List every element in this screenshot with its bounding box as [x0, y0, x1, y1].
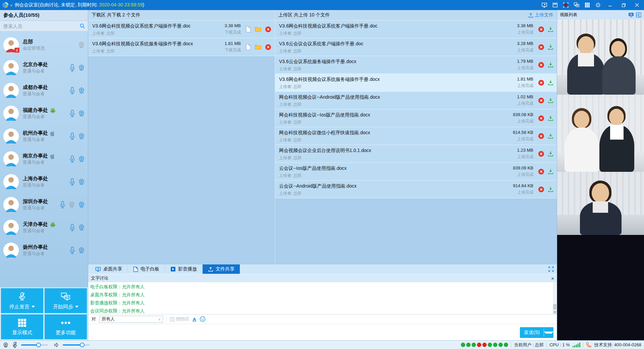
smiley-icon[interactable] [200, 316, 206, 322]
scrollbar-thumb[interactable] [553, 304, 556, 309]
upload-file-row[interactable]: 云会议--Ios版产品使用指南.docx 上传者: 总部 839.09 KB 上… [275, 163, 557, 181]
participant-row[interactable]: ⚷ 福建办事处 [0, 102, 88, 125]
camera-gray-icon[interactable] [78, 41, 85, 49]
camera-icon[interactable] [78, 224, 85, 231]
download-icon[interactable] [548, 62, 553, 68]
record-icon[interactable] [561, 1, 570, 9]
upload-file-row[interactable]: 网会科技视频会议微信小程序快速指南.docx 上传者: 总部 614.58 KB… [275, 127, 557, 145]
download-file-row[interactable]: V3.6网会科技视频会议系统服务端操作手册.docx 上传者: 总部 1.81 … [88, 38, 275, 56]
upload-file-row[interactable]: 网会科技视频会议--Android版产品使用指南.docx 上传者: 总部 1.… [275, 92, 557, 109]
download-icon[interactable] [548, 26, 553, 32]
send-button[interactable]: 发送(S) [520, 327, 553, 338]
participant-row[interactable]: ⚷ 杭州办事处 [0, 125, 88, 148]
delete-icon[interactable] [538, 26, 544, 33]
mic-icon[interactable] [69, 246, 75, 254]
download-icon[interactable] [548, 151, 553, 157]
camera-icon[interactable] [78, 133, 85, 140]
delete-icon[interactable] [538, 186, 544, 193]
mic-icon[interactable] [69, 155, 75, 163]
window-mode-icon[interactable] [551, 1, 559, 9]
whisper-checkbox[interactable] [170, 317, 174, 321]
recipient-select[interactable]: 所有人 ∨ [99, 316, 163, 323]
download-icon[interactable] [548, 168, 553, 174]
download-icon[interactable] [548, 80, 553, 86]
download-icon[interactable] [548, 44, 553, 50]
camera-icon[interactable] [78, 87, 85, 94]
mic-muted-icon[interactable] [12, 342, 18, 348]
mic-icon[interactable] [59, 201, 66, 209]
mic-icon[interactable] [69, 178, 75, 186]
download-icon[interactable] [548, 115, 553, 121]
close-button[interactable] [631, 1, 643, 9]
stop-speaking-button[interactable]: 停止发言 [1, 288, 43, 313]
tab-whiteboard[interactable]: 电子白板 [128, 264, 165, 274]
upload-file-row[interactable]: 网会视频会议企业后台使用说明书1.0.1.docx 上传者: 总部 1.23 M… [275, 145, 557, 163]
camera-icon[interactable] [78, 201, 85, 208]
camera-icon[interactable] [78, 64, 85, 71]
font-button[interactable]: A [193, 316, 196, 322]
speaker-icon[interactable] [54, 342, 59, 348]
camera-icon[interactable] [78, 155, 85, 163]
start-sync-button[interactable]: 开始同步 [45, 288, 87, 313]
mic-icon[interactable] [69, 132, 75, 140]
delete-icon[interactable] [538, 44, 544, 50]
mic-icon[interactable] [69, 223, 75, 232]
download-icon[interactable] [548, 97, 553, 103]
mic-icon[interactable] [69, 64, 75, 72]
delete-icon[interactable] [538, 151, 544, 157]
mic-icon[interactable] [69, 87, 75, 95]
chat-scrollbar[interactable]: ▼ [553, 282, 557, 314]
upload-file-button[interactable]: 上传文件 [528, 12, 553, 18]
participant-row[interactable]: ⚷ 扬州办事处 [0, 239, 88, 262]
mic-icon[interactable] [69, 109, 75, 117]
upload-file-row[interactable]: 网会科技视频会议--Ios版产品使用指南.docx 上传者: 总部 839.08… [275, 109, 557, 127]
participant-row[interactable]: ⚷ 深圳办事处 [0, 193, 88, 216]
video-tile[interactable] [557, 95, 644, 172]
open-file-icon[interactable] [246, 44, 251, 50]
video-layout-icon[interactable] [636, 12, 641, 17]
sync-icon[interactable] [572, 1, 581, 9]
chevron-down-icon[interactable] [32, 306, 35, 308]
participant-row[interactable]: ⚷ 北京办事处 [0, 56, 88, 79]
maximize-button[interactable] [618, 1, 629, 9]
tab-desktop-share[interactable]: 桌面共享 [90, 264, 128, 274]
delete-icon[interactable] [538, 133, 544, 139]
open-file-icon[interactable] [246, 26, 251, 33]
camera-gray-icon[interactable] [68, 201, 75, 208]
video-tile[interactable] [557, 172, 644, 235]
chevron-down-icon[interactable]: ∨ [10, 3, 12, 7]
tab-media-play[interactable]: 影音播放 [165, 264, 203, 274]
camera-icon[interactable] [78, 178, 85, 186]
camera-icon[interactable] [78, 110, 85, 117]
upload-file-row[interactable]: 云会议--Android版产品使用指南.docx 上传者: 总部 914.64 … [275, 181, 557, 198]
delete-icon[interactable] [538, 80, 544, 86]
screen-share-icon[interactable] [540, 1, 549, 9]
upload-file-row[interactable]: V3.6云会议会议系统客户端操作手册.doc 上传者: 总部 3.28 MB 上… [275, 38, 557, 56]
participant-row[interactable]: ⚷ 天津办事处 [0, 216, 88, 239]
open-folder-icon[interactable] [255, 44, 262, 50]
more-functions-button[interactable]: 更多功能 [45, 314, 87, 339]
tab-file-share[interactable]: 文件共享 [203, 264, 240, 274]
search-input[interactable] [3, 23, 79, 29]
participant-row[interactable]: ⚷ 总部 会议管 [0, 34, 88, 56]
chat-close-icon[interactable]: × [551, 276, 554, 281]
search-box[interactable] [0, 21, 88, 32]
participant-row[interactable]: ⚷ 南京办事处 [0, 148, 88, 170]
settings-gear-icon[interactable] [594, 1, 602, 9]
upload-file-row[interactable]: V3.6网会科技视频会议系统客户端操作手册.doc 上传者: 总部 3.38 M… [275, 20, 557, 38]
expand-icon[interactable] [548, 266, 554, 272]
delete-icon[interactable] [265, 44, 271, 50]
camera-icon[interactable] [78, 247, 85, 254]
upload-file-row[interactable]: V3.6云会议系统服务端操作手册.docx 上传者: 总部 1.79 MB 上传… [275, 56, 557, 74]
video-source-icon[interactable] [628, 12, 634, 17]
delete-icon[interactable] [538, 62, 544, 68]
send-options-icon[interactable] [544, 332, 553, 334]
scroll-down-icon[interactable]: ▼ [553, 310, 557, 314]
delete-icon[interactable] [265, 26, 271, 33]
search-icon[interactable] [79, 23, 85, 29]
video-tile[interactable] [557, 19, 644, 95]
delete-icon[interactable] [538, 97, 544, 104]
upload-file-row[interactable]: V3.6网会科技视频会议系统服务端操作手册.docx 上传者: 总部 1.81 … [275, 74, 557, 92]
camera-status-icon[interactable] [3, 342, 9, 348]
chat-message-input[interactable]: 发送(S) [88, 324, 557, 340]
